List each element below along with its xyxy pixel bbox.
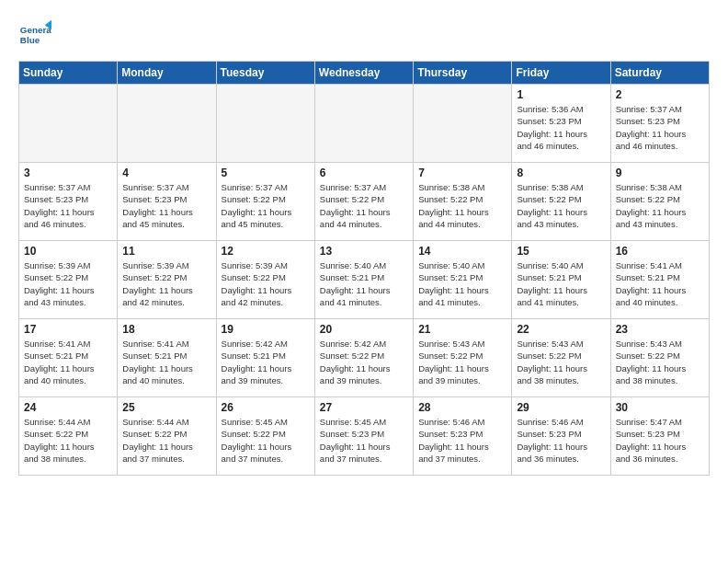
calendar-week-1: 1Sunrise: 5:36 AM Sunset: 5:23 PM Daylig… [19,85,710,163]
day-number: 26 [222,401,310,414]
calendar-cell: 24Sunrise: 5:44 AM Sunset: 5:22 PM Dayli… [19,397,118,476]
logo: General Blue [18,15,51,52]
day-number: 3 [24,167,112,179]
weekday-header-friday: Friday [512,62,610,85]
day-info: Sunrise: 5:45 AM Sunset: 5:23 PM Dayligh… [320,416,408,465]
day-info: Sunrise: 5:36 AM Sunset: 5:23 PM Dayligh… [517,103,605,152]
weekday-header-saturday: Saturday [610,62,709,85]
day-info: Sunrise: 5:45 AM Sunset: 5:22 PM Dayligh… [222,416,310,465]
calendar-table: SundayMondayTuesdayWednesdayThursdayFrid… [18,61,710,476]
calendar-cell: 25Sunrise: 5:44 AM Sunset: 5:22 PM Dayli… [118,397,216,476]
day-info: Sunrise: 5:38 AM Sunset: 5:22 PM Dayligh… [517,181,605,230]
day-number: 27 [320,401,408,414]
day-info: Sunrise: 5:43 AM Sunset: 5:22 PM Dayligh… [616,338,704,386]
calendar-cell: 9Sunrise: 5:38 AM Sunset: 5:22 PM Daylig… [610,163,709,241]
calendar-cell [314,85,413,163]
calendar-cell [19,85,118,163]
day-info: Sunrise: 5:46 AM Sunset: 5:23 PM Dayligh… [418,416,506,465]
svg-text:General: General [20,25,51,35]
day-info: Sunrise: 5:40 AM Sunset: 5:21 PM Dayligh… [517,259,605,308]
calendar-cell: 3Sunrise: 5:37 AM Sunset: 5:23 PM Daylig… [19,163,118,241]
day-number: 8 [517,167,605,179]
weekday-header-wednesday: Wednesday [314,62,413,85]
day-number: 20 [320,323,408,336]
calendar-cell: 28Sunrise: 5:46 AM Sunset: 5:23 PM Dayli… [414,397,512,476]
calendar-cell: 27Sunrise: 5:45 AM Sunset: 5:23 PM Dayli… [314,397,413,476]
page-header: General Blue [18,15,710,52]
calendar-week-5: 24Sunrise: 5:44 AM Sunset: 5:22 PM Dayli… [19,397,710,476]
day-info: Sunrise: 5:41 AM Sunset: 5:21 PM Dayligh… [122,338,210,386]
day-info: Sunrise: 5:44 AM Sunset: 5:22 PM Dayligh… [24,416,112,465]
day-number: 28 [418,401,506,414]
calendar-cell: 15Sunrise: 5:40 AM Sunset: 5:21 PM Dayli… [512,241,610,319]
calendar-cell: 6Sunrise: 5:37 AM Sunset: 5:22 PM Daylig… [314,163,413,241]
day-number: 12 [222,245,310,258]
calendar-cell: 18Sunrise: 5:41 AM Sunset: 5:21 PM Dayli… [118,319,216,397]
calendar-cell: 19Sunrise: 5:42 AM Sunset: 5:21 PM Dayli… [216,319,314,397]
calendar-cell: 7Sunrise: 5:38 AM Sunset: 5:22 PM Daylig… [414,163,512,241]
calendar-cell: 26Sunrise: 5:45 AM Sunset: 5:22 PM Dayli… [216,397,314,476]
calendar-cell: 14Sunrise: 5:40 AM Sunset: 5:21 PM Dayli… [414,241,512,319]
logo-icon: General Blue [18,18,51,52]
day-info: Sunrise: 5:41 AM Sunset: 5:21 PM Dayligh… [24,338,112,386]
day-number: 25 [122,401,210,414]
day-number: 13 [320,245,408,258]
day-number: 11 [122,245,210,258]
calendar-cell [118,85,216,163]
day-number: 19 [222,323,310,336]
day-info: Sunrise: 5:40 AM Sunset: 5:21 PM Dayligh… [418,259,506,308]
calendar-cell: 1Sunrise: 5:36 AM Sunset: 5:23 PM Daylig… [512,85,610,163]
day-number: 22 [517,323,605,336]
day-info: Sunrise: 5:40 AM Sunset: 5:21 PM Dayligh… [320,259,408,308]
day-info: Sunrise: 5:43 AM Sunset: 5:22 PM Dayligh… [418,338,506,386]
day-number: 5 [222,167,310,179]
calendar-cell: 20Sunrise: 5:42 AM Sunset: 5:22 PM Dayli… [314,319,413,397]
calendar-week-4: 17Sunrise: 5:41 AM Sunset: 5:21 PM Dayli… [19,319,710,397]
day-number: 18 [122,323,210,336]
calendar-cell: 29Sunrise: 5:46 AM Sunset: 5:23 PM Dayli… [512,397,610,476]
day-info: Sunrise: 5:39 AM Sunset: 5:22 PM Dayligh… [24,259,112,308]
day-number: 4 [122,167,210,179]
day-info: Sunrise: 5:38 AM Sunset: 5:22 PM Dayligh… [616,181,704,230]
calendar-cell: 11Sunrise: 5:39 AM Sunset: 5:22 PM Dayli… [118,241,216,319]
calendar-cell: 5Sunrise: 5:37 AM Sunset: 5:22 PM Daylig… [216,163,314,241]
calendar-cell [414,85,512,163]
day-info: Sunrise: 5:39 AM Sunset: 5:22 PM Dayligh… [222,259,310,308]
day-info: Sunrise: 5:42 AM Sunset: 5:21 PM Dayligh… [222,338,310,386]
day-number: 9 [616,167,704,179]
calendar-cell: 10Sunrise: 5:39 AM Sunset: 5:22 PM Dayli… [19,241,118,319]
day-info: Sunrise: 5:41 AM Sunset: 5:21 PM Dayligh… [616,259,704,308]
day-info: Sunrise: 5:46 AM Sunset: 5:23 PM Dayligh… [517,416,605,465]
calendar-cell: 23Sunrise: 5:43 AM Sunset: 5:22 PM Dayli… [610,319,709,397]
day-info: Sunrise: 5:37 AM Sunset: 5:23 PM Dayligh… [24,181,112,230]
day-number: 16 [616,245,704,258]
calendar-cell: 16Sunrise: 5:41 AM Sunset: 5:21 PM Dayli… [610,241,709,319]
weekday-header-monday: Monday [118,62,216,85]
day-info: Sunrise: 5:47 AM Sunset: 5:23 PM Dayligh… [616,416,704,465]
day-number: 21 [418,323,506,336]
calendar-cell: 8Sunrise: 5:38 AM Sunset: 5:22 PM Daylig… [512,163,610,241]
weekday-header-tuesday: Tuesday [216,62,314,85]
day-number: 14 [418,245,506,258]
calendar-cell: 17Sunrise: 5:41 AM Sunset: 5:21 PM Dayli… [19,319,118,397]
day-number: 30 [616,401,704,414]
day-info: Sunrise: 5:38 AM Sunset: 5:22 PM Dayligh… [418,181,506,230]
calendar-cell: 21Sunrise: 5:43 AM Sunset: 5:22 PM Dayli… [414,319,512,397]
day-info: Sunrise: 5:37 AM Sunset: 5:23 PM Dayligh… [122,181,210,230]
day-info: Sunrise: 5:43 AM Sunset: 5:22 PM Dayligh… [517,338,605,386]
day-info: Sunrise: 5:44 AM Sunset: 5:22 PM Dayligh… [122,416,210,465]
day-number: 2 [616,88,704,101]
calendar-cell: 4Sunrise: 5:37 AM Sunset: 5:23 PM Daylig… [118,163,216,241]
day-number: 17 [24,323,112,336]
day-number: 1 [517,88,605,101]
weekday-header-sunday: Sunday [19,62,118,85]
calendar-cell: 12Sunrise: 5:39 AM Sunset: 5:22 PM Dayli… [216,241,314,319]
calendar-week-3: 10Sunrise: 5:39 AM Sunset: 5:22 PM Dayli… [19,241,710,319]
day-info: Sunrise: 5:37 AM Sunset: 5:22 PM Dayligh… [320,181,408,230]
day-info: Sunrise: 5:42 AM Sunset: 5:22 PM Dayligh… [320,338,408,386]
svg-text:Blue: Blue [20,35,40,45]
calendar-cell: 13Sunrise: 5:40 AM Sunset: 5:21 PM Dayli… [314,241,413,319]
calendar-cell: 2Sunrise: 5:37 AM Sunset: 5:23 PM Daylig… [610,85,709,163]
day-number: 24 [24,401,112,414]
weekday-header-thursday: Thursday [414,62,512,85]
